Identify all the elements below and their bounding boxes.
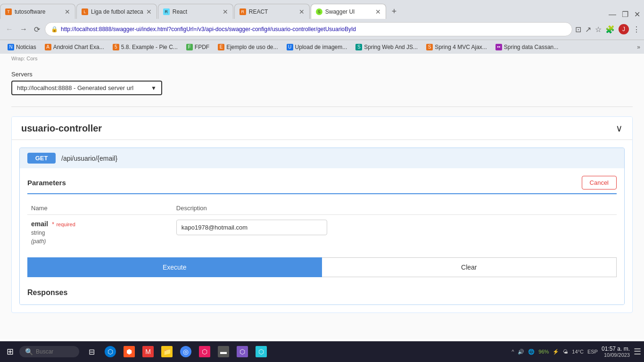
tab-close-btn[interactable]: ✕ bbox=[375, 8, 381, 16]
tab-label: tutosoftware bbox=[15, 8, 62, 15]
menu-icon[interactable]: ⋮ bbox=[633, 25, 640, 34]
window-close-icon[interactable]: ✕ bbox=[634, 10, 640, 19]
share-icon[interactable]: ↗ bbox=[585, 25, 591, 34]
app10-icon: ⬡ bbox=[237, 346, 248, 357]
language-indicator: ESP bbox=[587, 349, 598, 354]
execute-button[interactable]: Execute bbox=[27, 257, 322, 277]
bookmark-label: Spring Web And JS... bbox=[364, 44, 418, 50]
taskbar-app-taskview[interactable]: ⊟ bbox=[83, 343, 100, 360]
tab-swagger[interactable]: S Swagger UI ✕ bbox=[311, 4, 386, 19]
taskbar-date: 10/09/2023 bbox=[602, 352, 630, 358]
bookmark-icon-spring-cass: •• bbox=[495, 44, 502, 50]
bookmark-spring-web[interactable]: S Spring Web And JS... bbox=[352, 42, 421, 52]
extensions-icon[interactable]: 🧩 bbox=[605, 25, 615, 34]
tab-react2[interactable]: R REACT ✕ bbox=[234, 4, 310, 19]
browser-chrome: T tutosoftware ✕ L Liga de futbol azteca… bbox=[0, 0, 644, 54]
taskbar: ⊞ 🔍 ⊟ ⬡ ⬢ M 📁 ◎ ⬡ ▬ ⬡ bbox=[0, 341, 644, 362]
search-box[interactable]: 🔍 bbox=[19, 346, 79, 357]
param-type: string bbox=[31, 230, 45, 236]
tab-close-btn[interactable]: ✕ bbox=[299, 8, 305, 16]
controller-header[interactable]: usuario-controller ∨ bbox=[12, 117, 632, 140]
taskbar-app-chrome[interactable]: ◎ bbox=[177, 343, 194, 360]
param-name: email bbox=[31, 220, 48, 228]
window-maximize-icon[interactable]: ❐ bbox=[622, 10, 628, 19]
edge-icon: ⬡ bbox=[105, 346, 116, 357]
bookmark-ejemplo[interactable]: E Ejemplo de uso de... bbox=[214, 42, 281, 52]
params-table: Name Description email * required bbox=[27, 202, 617, 250]
search-input[interactable] bbox=[36, 348, 74, 355]
taskbar-app-explorer[interactable]: 📁 bbox=[158, 343, 175, 360]
profile-icon[interactable]: J bbox=[619, 24, 629, 34]
taskbar-app-app11[interactable]: ⬡ bbox=[253, 343, 270, 360]
network-icon[interactable]: 🌐 bbox=[528, 349, 535, 355]
servers-label: Servers bbox=[11, 71, 633, 78]
server-select[interactable]: http://localhost:8888 - Generated server… bbox=[11, 81, 162, 95]
tab-favicon: R bbox=[239, 8, 246, 15]
tab-react[interactable]: R React ✕ bbox=[158, 4, 233, 19]
tab-close-btn[interactable]: ✕ bbox=[146, 8, 152, 16]
taskbar-app-edge[interactable]: ⬡ bbox=[102, 343, 119, 360]
controller-title: usuario-controller bbox=[21, 123, 102, 134]
back-button[interactable]: ← bbox=[4, 23, 15, 35]
screen-capture-icon[interactable]: ⊡ bbox=[575, 25, 581, 34]
url-box[interactable]: 🔒 http://localhost:8888/swagger-ui/index… bbox=[45, 22, 572, 36]
bookmark-fpdf[interactable]: F FPDF bbox=[182, 42, 213, 52]
tab-favicon: R bbox=[163, 8, 170, 15]
param-required-star: * bbox=[52, 221, 54, 228]
chevron-up-icon[interactable]: ^ bbox=[512, 349, 514, 354]
bookmark-icon[interactable]: ☆ bbox=[595, 25, 602, 34]
param-name-cell: email * required string (path) bbox=[27, 215, 173, 250]
taskbar-app-app9[interactable]: ▬ bbox=[215, 343, 232, 360]
email-input[interactable] bbox=[176, 220, 327, 235]
bookmarks-more-button[interactable]: » bbox=[637, 44, 640, 50]
bookmark-pie[interactable]: 5 5.8. Example - Pie C... bbox=[109, 42, 182, 52]
taskbar-app-app5[interactable]: ⬢ bbox=[121, 343, 138, 360]
tab-label: Liga de futbol azteca bbox=[91, 8, 143, 15]
taskbar-app-mcafee[interactable]: M bbox=[140, 343, 157, 360]
bookmark-icon-spring-web: S bbox=[355, 44, 362, 50]
taskbar-app-app8[interactable]: ⬡ bbox=[196, 343, 213, 360]
tab-liga[interactable]: L Liga de futbol azteca ✕ bbox=[76, 4, 157, 19]
bookmark-spring-cassandra[interactable]: •• Spring data Cassan... bbox=[492, 42, 562, 52]
tab-close-btn[interactable]: ✕ bbox=[223, 8, 228, 16]
url-text: http://localhost:8888/swagger-ui/index.h… bbox=[61, 26, 566, 33]
taskbar-clock[interactable]: 01:57 a. m. 10/09/2023 bbox=[602, 346, 630, 358]
bookmark-noticias[interactable]: N Noticias bbox=[4, 42, 40, 52]
refresh-button[interactable]: ⟳ bbox=[32, 23, 42, 36]
app11-icon: ⬡ bbox=[256, 346, 267, 357]
endpoint-body: Parameters Cancel Name Description bbox=[20, 168, 624, 304]
window-controls: — ❐ ✕ bbox=[609, 10, 644, 19]
bookmark-icon-upload: U bbox=[287, 44, 293, 50]
bookmark-icon-noticias: N bbox=[8, 44, 14, 50]
breadcrumb: Wrap: Cors bbox=[0, 54, 644, 63]
clear-button[interactable]: Clear bbox=[322, 257, 617, 277]
forward-button[interactable]: → bbox=[18, 23, 29, 35]
params-title: Parameters bbox=[27, 179, 66, 187]
param-row-email: email * required string (path) bbox=[27, 215, 617, 250]
bookmark-icon-pie: 5 bbox=[113, 44, 119, 50]
params-header: Parameters Cancel bbox=[27, 176, 617, 194]
bookmark-android-chart[interactable]: A Android Chart Exa... bbox=[41, 42, 108, 52]
bookmark-label: Android Chart Exa... bbox=[53, 44, 104, 50]
bookmark-label: Upload de imagem... bbox=[295, 44, 347, 50]
window-minimize-icon[interactable]: — bbox=[609, 10, 616, 19]
start-button[interactable]: ⊞ bbox=[3, 345, 17, 359]
tab-close-btn[interactable]: ✕ bbox=[65, 8, 70, 16]
controller-toggle-icon[interactable]: ∨ bbox=[616, 123, 623, 134]
bookmark-upload[interactable]: U Upload de imagem... bbox=[283, 42, 351, 52]
taskbar-time: 01:57 a. m. bbox=[602, 346, 630, 352]
app5-icon: ⬢ bbox=[124, 346, 135, 357]
tab-label: REACT bbox=[249, 8, 296, 15]
notification-icon[interactable]: ☰ bbox=[634, 346, 641, 357]
endpoint-header[interactable]: GET /api/usuario/{email} bbox=[20, 148, 624, 168]
taskbar-app-app10[interactable]: ⬡ bbox=[234, 343, 251, 360]
bookmark-spring-mvc[interactable]: S Spring 4 MVC Ajax... bbox=[422, 42, 491, 52]
cancel-button[interactable]: Cancel bbox=[582, 176, 617, 189]
weather-icon: 🌤 bbox=[563, 349, 568, 354]
new-tab-button[interactable]: + bbox=[389, 7, 400, 16]
bookmark-label: 5.8. Example - Pie C... bbox=[121, 44, 178, 50]
tab-label: React bbox=[173, 8, 220, 15]
volume-icon[interactable]: 🔊 bbox=[518, 349, 524, 355]
bookmark-label: Ejemplo de uso de... bbox=[226, 44, 278, 50]
tab-tutosoftware[interactable]: T tutosoftware ✕ bbox=[0, 4, 75, 19]
